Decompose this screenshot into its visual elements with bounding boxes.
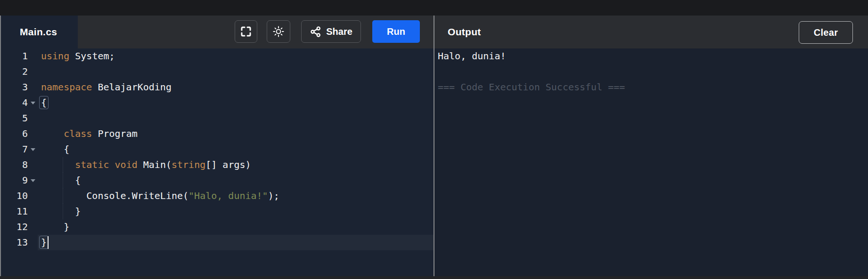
line-number: 1: [1, 48, 28, 64]
tab-main-cs[interactable]: Main.cs: [1, 16, 78, 48]
line-number: 6: [1, 126, 28, 142]
code-text: Console.WriteLine("Halo, dunia!");: [41, 188, 279, 204]
code-text: {: [41, 95, 47, 111]
execution-status-text: === Code Execution Successful ===: [438, 80, 864, 95]
stdout-text: [438, 64, 864, 80]
code-text: }: [41, 204, 81, 219]
online-compiler-window: Main.cs Share: [0, 0, 868, 279]
code-text: {: [41, 173, 81, 188]
sun-icon: [272, 25, 285, 38]
run-button[interactable]: Run: [372, 20, 420, 43]
line-number: 7: [1, 142, 28, 157]
stdout-text: Halo, dunia!: [438, 48, 864, 64]
code-line[interactable]: 3namespace BelajarKoding: [1, 80, 434, 95]
window-bottom-border: [0, 276, 868, 279]
code-line[interactable]: 13}: [1, 235, 434, 250]
fullscreen-icon: [240, 26, 252, 37]
line-number: 13: [1, 235, 28, 250]
code-line[interactable]: 12 }: [1, 219, 434, 235]
code-line[interactable]: 8 static void Main(string[] args): [1, 157, 434, 173]
line-number: 11: [1, 204, 28, 219]
line-number: 5: [1, 111, 28, 126]
code-text: }: [41, 219, 69, 235]
share-button[interactable]: Share: [301, 20, 361, 43]
line-number: 8: [1, 157, 28, 173]
output-panel-title: Output: [448, 16, 481, 48]
code-line[interactable]: 7 {: [1, 142, 434, 157]
code-text: }: [41, 235, 47, 250]
line-number: 4: [1, 95, 28, 111]
fullscreen-button[interactable]: [235, 20, 257, 43]
line-number: 10: [1, 188, 28, 204]
line-number: 9: [1, 173, 28, 188]
bracket-match-highlight: {: [39, 96, 49, 109]
code-text: using System;: [41, 48, 115, 64]
share-label: Share: [326, 26, 352, 37]
fold-arrow-icon[interactable]: [31, 179, 35, 182]
code-line[interactable]: 4{: [1, 95, 434, 111]
code-line[interactable]: 1using System;: [1, 48, 434, 64]
code-line[interactable]: 9 {: [1, 173, 434, 188]
code-line[interactable]: 6 class Program: [1, 126, 434, 142]
code-text: class Program: [41, 126, 138, 142]
active-line-highlight: [38, 235, 434, 250]
panel-divider[interactable]: [434, 16, 434, 276]
text-cursor: [48, 236, 49, 249]
fold-arrow-icon[interactable]: [31, 102, 35, 104]
tab-label: Main.cs: [20, 26, 57, 38]
line-number: 2: [1, 64, 28, 80]
run-label: Run: [387, 26, 405, 37]
code-text: namespace BelajarKoding: [41, 80, 172, 95]
browser-top-strip: [0, 0, 868, 16]
theme-toggle-button[interactable]: [267, 20, 290, 43]
fold-arrow-icon[interactable]: [31, 148, 35, 151]
code-text: {: [41, 142, 69, 157]
code-text: static void Main(string[] args): [41, 157, 251, 173]
share-icon: [310, 26, 321, 38]
clear-label: Clear: [814, 27, 838, 38]
line-number: 3: [1, 80, 28, 95]
code-line[interactable]: 2: [1, 64, 434, 80]
code-line[interactable]: 11 }: [1, 204, 434, 219]
clear-output-button[interactable]: Clear: [799, 21, 853, 44]
code-line[interactable]: 10 Console.WriteLine("Halo, dunia!");: [1, 188, 434, 204]
code-line[interactable]: 5: [1, 111, 434, 126]
line-number: 12: [1, 219, 28, 235]
